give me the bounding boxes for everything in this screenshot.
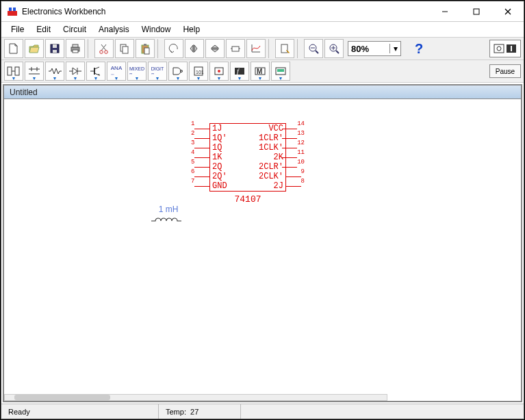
graph-button[interactable] <box>246 39 266 58</box>
zoom-out-button[interactable] <box>304 39 323 58</box>
svg-point-51 <box>181 70 183 73</box>
close-button[interactable] <box>492 1 524 22</box>
svg-line-49 <box>94 67 99 69</box>
status-bar: Ready Temp: 27 <box>1 404 524 419</box>
zoom-dropdown[interactable]: ▾ <box>389 44 400 53</box>
ic-right-pins: 14 13 12 11 10 9 8 <box>282 124 305 191</box>
copy-button[interactable] <box>115 39 134 58</box>
svg-rect-25 <box>281 44 287 53</box>
svg-rect-21 <box>144 48 149 54</box>
menu-window[interactable]: Window <box>136 23 177 36</box>
svg-rect-4 <box>474 9 479 14</box>
menu-circuit[interactable]: Circuit <box>57 23 92 36</box>
digital-ic-bin[interactable]: DIGIT⎓▼ <box>148 62 167 81</box>
svg-point-16 <box>105 51 108 54</box>
svg-rect-12 <box>73 50 78 53</box>
misc-bin[interactable]: M▼ <box>251 62 270 81</box>
svg-line-28 <box>316 51 318 53</box>
svg-line-50 <box>94 73 99 75</box>
logic-gate-bin[interactable]: ▼ <box>168 62 188 81</box>
window-title: Electronics Workbench <box>22 7 429 16</box>
status-empty <box>241 404 524 419</box>
resistor-bin[interactable]: ▼ <box>45 62 64 81</box>
svg-rect-2 <box>13 8 16 11</box>
zoom-in-button[interactable] <box>324 39 344 58</box>
digital-bin[interactable]: 101▼ <box>189 62 208 81</box>
menu-edit[interactable]: Edit <box>31 23 56 36</box>
help-button[interactable]: ? <box>409 39 428 58</box>
menu-file[interactable]: File <box>5 23 29 36</box>
svg-rect-9 <box>53 50 57 53</box>
document-tab[interactable]: Untitled <box>4 86 521 99</box>
svg-text:101: 101 <box>196 70 204 75</box>
minimize-button[interactable] <box>429 1 461 22</box>
instrument-bin[interactable]: ▼ <box>271 62 290 81</box>
paste-button[interactable] <box>136 39 155 58</box>
document-title: Untitled <box>10 88 38 97</box>
h-scrollbar[interactable] <box>4 390 521 401</box>
basic-bin[interactable]: ▼ <box>25 62 44 81</box>
app-window: Electronics Workbench File Edit Circuit … <box>1 1 524 419</box>
svg-rect-1 <box>9 8 12 11</box>
control-bin[interactable]: f▼ <box>230 62 249 81</box>
maximize-button[interactable] <box>461 1 492 22</box>
flip-h-button[interactable] <box>185 39 204 58</box>
indicator-bin[interactable]: ▼ <box>209 62 229 81</box>
ic-body: 1 2 3 4 5 6 7 14 13 12 11 10 <box>209 123 286 192</box>
mixed-ic-bin[interactable]: MIXED⎓▼ <box>127 62 146 81</box>
ic-component[interactable]: 1 2 3 4 5 6 7 14 13 12 11 10 <box>209 123 286 205</box>
svg-point-15 <box>100 51 103 54</box>
svg-rect-22 <box>232 47 239 51</box>
svg-rect-0 <box>8 11 17 16</box>
pause-button[interactable]: Pause <box>489 64 521 78</box>
zoom-input[interactable] <box>348 44 389 54</box>
svg-rect-54 <box>215 68 223 75</box>
sources-bin[interactable]: ▼ <box>4 62 23 81</box>
ic-left-pins: 1 2 3 4 5 6 7 <box>191 124 209 191</box>
svg-rect-39 <box>15 67 19 75</box>
flip-v-button[interactable] <box>205 39 225 58</box>
menu-help[interactable]: Help <box>177 23 205 36</box>
svg-line-32 <box>336 51 339 53</box>
title-bar: Electronics Workbench <box>1 1 524 22</box>
component-toolbar: ▼ ▼ ▼ ▼ ▼ ANA⎓▼ MIXED⎓▼ DIGIT⎓▼ ▼ 101▼ ▼… <box>1 60 524 83</box>
svg-rect-61 <box>277 69 284 72</box>
rotate-button[interactable] <box>164 39 183 58</box>
workspace: Untitled 1 mH 1 2 3 4 5 <box>3 84 522 402</box>
svg-point-55 <box>218 70 220 73</box>
cut-button[interactable] <box>94 39 114 58</box>
svg-rect-37 <box>8 67 12 75</box>
app-icon <box>7 6 18 17</box>
menu-analysis[interactable]: Analysis <box>93 23 135 36</box>
svg-rect-60 <box>276 68 285 75</box>
print-button[interactable] <box>66 39 85 58</box>
svg-rect-8 <box>53 44 57 48</box>
inductor-component[interactable]: 1 mH <box>151 205 185 224</box>
svg-rect-18 <box>123 47 128 53</box>
properties-button[interactable] <box>275 39 294 58</box>
svg-rect-52 <box>194 67 203 75</box>
svg-rect-56 <box>235 68 244 75</box>
power-switch[interactable] <box>489 40 521 57</box>
svg-text:M: M <box>257 68 262 75</box>
save-button[interactable] <box>45 39 64 58</box>
open-button[interactable] <box>25 39 44 58</box>
inductor-value: 1 mH <box>151 205 185 214</box>
new-button[interactable] <box>4 39 23 58</box>
status-temp: Temp: 27 <box>159 404 241 419</box>
analog-ic-bin[interactable]: ANA⎓▼ <box>107 62 126 81</box>
main-toolbar: ▾ ? <box>1 37 524 60</box>
subcircuit-button[interactable] <box>226 39 245 58</box>
diode-bin[interactable]: ▼ <box>66 62 85 81</box>
svg-rect-58 <box>255 68 265 75</box>
zoom-combo[interactable]: ▾ <box>348 41 401 56</box>
status-ready: Ready <box>1 404 159 419</box>
canvas[interactable]: 1 mH 1 2 3 4 5 6 7 <box>4 99 521 401</box>
inductor-icon <box>151 215 185 224</box>
svg-text:f: f <box>237 68 240 75</box>
ic-label: 74107 <box>209 194 286 205</box>
svg-rect-33 <box>494 44 504 53</box>
svg-rect-11 <box>73 44 78 47</box>
transistor-bin[interactable]: ▼ <box>86 62 105 81</box>
menu-bar: File Edit Circuit Analysis Window Help <box>1 22 524 37</box>
